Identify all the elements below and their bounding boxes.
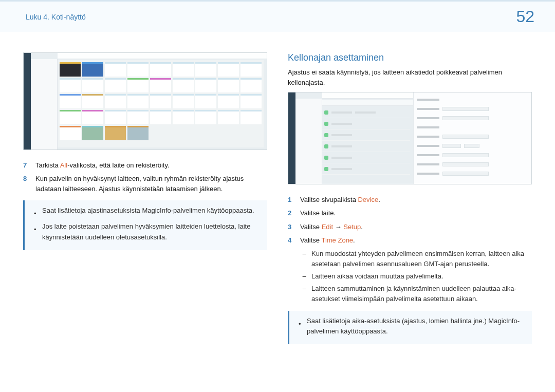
step-text: Tarkista All-valikosta, että laite on re… [35, 160, 170, 171]
dash-text: Laitteen aikaa voidaan muuttaa palvelime… [311, 271, 443, 282]
dash-icon [302, 249, 306, 269]
highlight-timezone: Time Zone [321, 236, 353, 244]
screenshot-time-zone [288, 92, 532, 184]
highlight-setup: Setup [343, 223, 361, 231]
bullet-text: Jos laite poistetaan palvelimen hyväksym… [42, 221, 260, 243]
step-text: Valitse Edit → Setup. [300, 222, 363, 232]
highlight-device: Device [358, 196, 378, 203]
dash-text: Laitteen sammuttaminen ja käynnistäminen… [311, 284, 532, 304]
step-number: 4 [288, 235, 293, 246]
info-note-left: Saat lisätietoja ajastinasetuksista Magi… [23, 200, 267, 250]
dash-text: Kun muodostat yhteyden palvelimeen ensim… [311, 249, 532, 269]
intro-text: Ajastus ei saata käynnistyä, jos laittee… [288, 67, 532, 88]
page-header: Luku 4. Koti-näyttö 52 [0, 0, 555, 32]
section-title: Kellonajan asettaminen [288, 52, 532, 63]
right-steps: 1 Valitse sivupalkista Device. 2 Valitse… [288, 195, 532, 246]
highlight-all: All [60, 161, 67, 169]
info-note-right: Saat lisätietoja aika-asetuksista (ajast… [288, 311, 532, 345]
dash-notes: Kun muodostat yhteyden palvelimeen ensim… [288, 249, 532, 305]
dash-icon [302, 284, 306, 304]
step-number: 1 [288, 195, 293, 205]
bullet-item: Jos laite poistetaan palvelimen hyväksym… [34, 221, 260, 243]
step-number: 8 [23, 174, 28, 194]
chapter-title: Luku 4. Koti-näyttö [26, 13, 86, 21]
screenshot-device-grid [23, 52, 267, 150]
step-3: 3 Valitse Edit → Setup. [288, 222, 532, 232]
content-area: 7 Tarkista All-valikosta, että laite on … [0, 32, 555, 344]
step-number: 3 [288, 222, 293, 232]
step-4: 4 Valitse Time Zone. [288, 235, 532, 246]
step-number: 2 [288, 208, 293, 218]
step-text: Kun palvelin on hyväksynyt laitteen, val… [35, 174, 267, 194]
bullet-icon [34, 221, 37, 243]
bullet-text: Saat lisätietoja ajastinasetuksista Magi… [42, 206, 254, 219]
step-7: 7 Tarkista All-valikosta, että laite on … [23, 160, 267, 171]
bullet-icon [299, 316, 302, 338]
bullet-text: Saat lisätietoja aika-asetuksista (ajast… [307, 316, 525, 338]
step-text: Valitse laite. [300, 208, 336, 218]
step-text: Valitse Time Zone. [300, 235, 355, 246]
dash-icon [302, 271, 306, 282]
page-number: 52 [516, 7, 534, 26]
step-1: 1 Valitse sivupalkista Device. [288, 195, 532, 205]
bullet-icon [34, 206, 37, 219]
right-column: Kellonajan asettaminen Ajastus ei saata … [288, 52, 532, 344]
step-text: Valitse sivupalkista Device. [300, 195, 380, 205]
bullet-item: Saat lisätietoja aika-asetuksista (ajast… [299, 316, 525, 338]
step-2: 2 Valitse laite. [288, 208, 532, 218]
dash-item: Kun muodostat yhteyden palvelimeen ensim… [300, 249, 532, 269]
highlight-edit: Edit [322, 223, 333, 231]
arrow-icon: → [333, 223, 343, 231]
step-number: 7 [23, 160, 28, 171]
dash-item: Laitteen aikaa voidaan muuttaa palvelime… [300, 271, 532, 282]
left-column: 7 Tarkista All-valikosta, että laite on … [23, 52, 267, 344]
left-steps: 7 Tarkista All-valikosta, että laite on … [23, 160, 267, 194]
dash-item: Laitteen sammuttaminen ja käynnistäminen… [300, 284, 532, 304]
bullet-item: Saat lisätietoja ajastinasetuksista Magi… [34, 206, 260, 219]
step-8: 8 Kun palvelin on hyväksynyt laitteen, v… [23, 174, 267, 194]
